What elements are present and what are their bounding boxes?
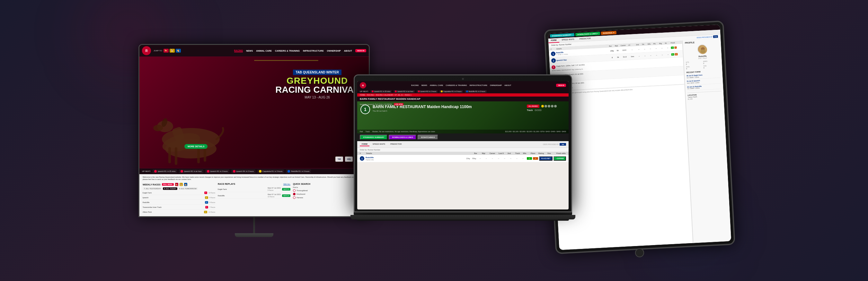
lp-race-ipswich-2[interactable]: Ipswich R2: in an hour: [394, 90, 414, 93]
radio-thoroughbred[interactable]: [293, 189, 296, 192]
svg-point-5: [153, 125, 163, 131]
nav-link-animal-care[interactable]: ANIMAL CARE: [256, 50, 272, 52]
race-info-bar: Rail Track Maiden, No sex restrictions, …: [357, 130, 568, 134]
scratchings-button[interactable]: SCRATCHINGS: [417, 135, 438, 140]
tab-odds-note: ODDS PROVIDED BY TAB: [696, 36, 718, 38]
laptop-screen: R RACING NEWS ANIMAL CARE CAREERS & TRAI…: [357, 81, 568, 209]
weekly-dog-icon[interactable]: 🐕: [180, 183, 183, 186]
lp-nav-animal[interactable]: ANIMAL CARE: [430, 84, 443, 86]
runner-2-name[interactable]: Ipswich Star: [556, 59, 567, 62]
replay-redcliffe[interactable]: Redcliffe Wed 07 Jul 2021 10 Races WATCH: [218, 193, 290, 199]
radio-greyhound[interactable]: [293, 193, 296, 195]
race-item-redcliffe[interactable]: Redcliffe H 9 Races: [143, 201, 215, 205]
tablet-tab-form[interactable]: FORM: [548, 38, 559, 43]
monitor-stand: [253, 217, 255, 233]
tablet-rankings-btn[interactable]: RANKINGS ▼: [601, 31, 617, 35]
hero-text-block: TAB QUEENSLAND WINTER GREYHOUND RACING C…: [275, 70, 359, 99]
weekly-races-section: WEEKLY RACES FULL WEEK 🐎 🐕 🐴 7 JUL YESTE…: [143, 183, 215, 214]
profile-stats: STS 0 WINS 0 2nds 0: [686, 60, 720, 70]
lp-race-ipswich-3[interactable]: Ipswich R3: in 2 hours: [417, 90, 437, 93]
weekly-harness-icon[interactable]: 🐴: [184, 183, 187, 186]
hero-dates: MAY 13 - AUG 26: [275, 96, 359, 99]
lp-nav-racing[interactable]: RACING: [411, 84, 419, 86]
lp-nav-news[interactable]: NEWS: [422, 84, 427, 86]
tablet-stewards-btn[interactable]: STEWARDS SUMMARY ›: [550, 33, 575, 38]
weekly-races-title: WEEKLY RACES: [143, 183, 161, 186]
tab-form[interactable]: FORM: [360, 142, 369, 146]
race-item-albionpark[interactable]: Albion Park G 11 Races: [143, 210, 215, 214]
nav-link-news[interactable]: NEWS: [246, 50, 253, 52]
race-chip-redcliffe[interactable]: Redcliffe R1: in 3 hours: [286, 169, 311, 173]
race-chip-ipswich-3[interactable]: Ipswich R3: in 2 hours: [205, 169, 229, 173]
see-all-link[interactable]: SEE ALL: [283, 183, 290, 185]
dog-icon[interactable]: 🐕: [169, 49, 175, 52]
stat-track: --: [496, 157, 501, 160]
place-bet-button[interactable]: PLACE BET: [539, 156, 553, 161]
nav-link-about[interactable]: ABOUT: [344, 50, 352, 52]
tablet-home-button[interactable]: [635, 248, 644, 257]
stat-sts: STS 0: [686, 60, 703, 65]
monitor-jump-to: JUMP TO: 🐎 🐕 🐴: [154, 49, 181, 52]
race-chip-cappalaba[interactable]: Cappalaba R1: in 3 hours: [257, 169, 284, 173]
lp-race-redcliffe[interactable]: Redcliffe R1: in 3 hours: [465, 90, 487, 93]
nav-link-racing[interactable]: RACING: [234, 49, 243, 52]
more-details-button[interactable]: MORE DETAILS: [184, 144, 208, 149]
harness-icon[interactable]: 🐴: [176, 49, 181, 52]
radio-harness[interactable]: [293, 196, 296, 199]
tablet-tab-speed[interactable]: SPEED MAPS: [559, 37, 577, 43]
dot-4: [551, 105, 554, 107]
all-races-row: ALL RACES: [527, 105, 565, 108]
profile-title: PROFILE: [685, 40, 719, 44]
tab-odds-logo: TAB: [560, 143, 566, 146]
lp-race-ipswich-1[interactable]: Ipswich R1: in 25 mins: [370, 90, 392, 93]
tablet-downloads-btn[interactable]: DOWNLOADS & LINKS +: [575, 32, 600, 36]
stewards-summary-button[interactable]: STEWARDS SUMMARY: [360, 135, 388, 140]
lp-nav-careers[interactable]: CAREERS & TRAINING: [446, 84, 467, 86]
lp-nav-infra[interactable]: INFRASTRUCTURE: [470, 84, 487, 86]
tab-predictor[interactable]: PREDICTOR: [389, 142, 403, 146]
runner-name[interactable]: Redcliffe: [366, 156, 464, 159]
watch-button-2[interactable]: WATCH: [282, 195, 290, 197]
tablet-tab-predictor[interactable]: PREDICTOR: [577, 36, 593, 42]
odds-provider: ODDS PROVIDED BY TAB: [543, 142, 566, 146]
race-icon: [207, 170, 210, 173]
lp-nav-ownership[interactable]: OWNERSHIP: [490, 84, 502, 86]
nav-link-careers[interactable]: CAREERS & TRAINING: [275, 50, 300, 52]
lp-nav-about[interactable]: ABOUT: [504, 84, 511, 86]
laptop-logo: R: [360, 82, 366, 89]
lp-race-cappalaba[interactable]: Cappalaba R1: in 3 hours: [439, 90, 463, 93]
runner-num-1: 1: [551, 51, 556, 56]
order-by-row: Order by: Runner Number: [357, 148, 568, 152]
stat-place: --: [508, 157, 513, 160]
tab-tomorrow[interactable]: 9 JUL TOMORROW: [178, 187, 198, 190]
downloads-button[interactable]: DOWNLOADS & LINKS: [389, 135, 416, 140]
runner-1-plc: --: [653, 47, 658, 50]
monitor-screen: R JUMP TO: 🐎 🐕 🐴 RACING NEWS ANI: [140, 45, 369, 216]
tab-today[interactable]: 8 JUL TODAY: [163, 187, 177, 190]
replay-eaglefarm[interactable]: Eagle Farm Wed 07 Jul 2021 9 Races WATCH: [218, 186, 290, 192]
monitor-content: Welcome to the new Racing Queensland web…: [140, 174, 369, 216]
expand-button[interactable]: + EXPAND: [554, 156, 566, 161]
tab-yesterday[interactable]: 7 JUL YESTERDAY: [143, 187, 162, 190]
weekly-horse-icon[interactable]: 🐎: [175, 183, 178, 186]
race-item-toowoomba[interactable]: Toowoomba Inner Track T 7 Races: [143, 205, 215, 209]
race-chip-ipswich-4[interactable]: Ipswich R4: in 2 hours: [231, 169, 255, 173]
full-week-badge[interactable]: FULL WEEK: [162, 183, 174, 186]
nav-link-ownership[interactable]: OWNERSHIP: [327, 50, 341, 52]
horse-icon[interactable]: 🐎: [163, 49, 169, 52]
race-chip-ipswich-2[interactable]: Ipswich R2: in an hour: [179, 169, 203, 173]
race-item-ipswich[interactable]: Ipswich G 8 Races: [143, 196, 215, 200]
nav-link-infrastructure[interactable]: INFRASTRUCTURE: [303, 50, 324, 52]
field-details: Maiden, No sex restrictions, No age rest…: [372, 131, 502, 133]
race-chip-ipswich-1[interactable]: Ipswich R1: in 25 mins: [153, 169, 177, 173]
runner-betting: 12 4 PLACE BET + EXPAND: [527, 156, 566, 161]
runner-1-wfa: --: [648, 47, 653, 50]
signin-button[interactable]: SIGN IN: [355, 49, 366, 52]
laptop-signin[interactable]: SIGN IN: [556, 84, 566, 87]
laptop-nav: R RACING NEWS ANIMAL CARE CAREERS & TRAI…: [357, 81, 568, 90]
all-races-badge[interactable]: ALL RACES: [527, 105, 539, 108]
tab-speed-maps[interactable]: SPEED MAPS: [371, 142, 387, 146]
race-item-eaglefarm[interactable]: Eagle Farm T 10 Races: [143, 191, 215, 195]
watch-button[interactable]: WATCH: [282, 188, 290, 190]
runner-1-trk: --: [642, 48, 647, 50]
